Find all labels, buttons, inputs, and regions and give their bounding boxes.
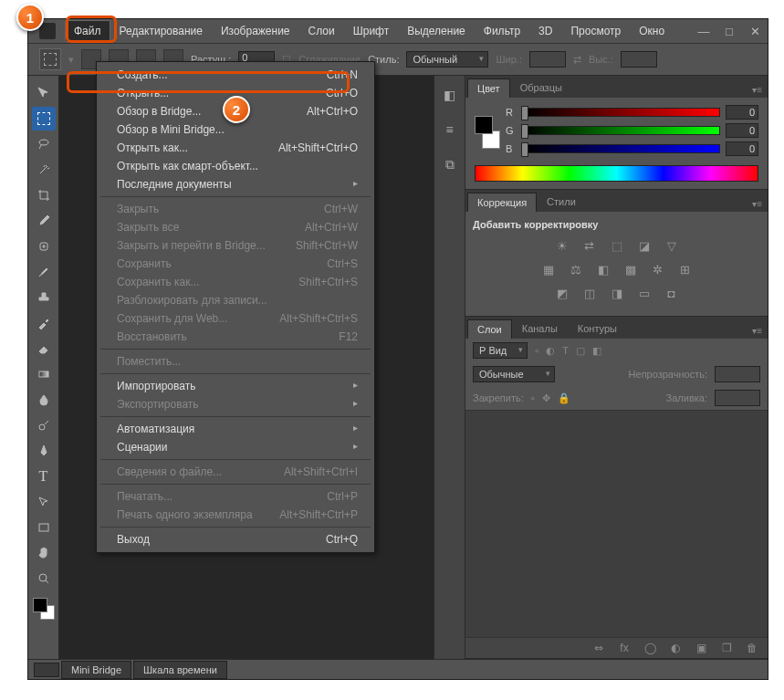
- gradient-tool-icon[interactable]: [32, 362, 56, 386]
- lock-all-icon[interactable]: 🔒: [558, 392, 570, 404]
- r-slider[interactable]: [522, 108, 720, 117]
- menu-item[interactable]: Автоматизация: [97, 420, 374, 438]
- channel-mixer-icon[interactable]: ✲: [649, 261, 667, 277]
- adjustment-layer-icon[interactable]: ◐: [667, 641, 684, 655]
- window-maximize-button[interactable]: □: [716, 21, 742, 41]
- stamp-tool-icon[interactable]: [32, 286, 56, 309]
- tab-channels[interactable]: Каналы: [512, 319, 568, 339]
- menu-item[interactable]: Последние документы: [97, 175, 374, 193]
- menu-item[interactable]: Сохранить как...Shift+Ctrl+S: [97, 273, 374, 291]
- photo-filter-icon[interactable]: ▩: [622, 261, 640, 277]
- selective-icon[interactable]: ◘: [663, 285, 681, 301]
- menu-item[interactable]: Открыть как...Alt+Shift+Ctrl+O: [97, 139, 374, 157]
- trash-icon[interactable]: 🗑: [744, 641, 760, 655]
- lock-pixels-icon[interactable]: ▫: [531, 392, 535, 403]
- curves-icon[interactable]: ⬚: [608, 237, 626, 254]
- shape-tool-icon[interactable]: [32, 516, 56, 539]
- pen-tool-icon[interactable]: [32, 439, 56, 463]
- zoom-tool-icon[interactable]: [32, 567, 56, 590]
- history-brush-tool-icon[interactable]: [32, 311, 56, 335]
- eraser-tool-icon[interactable]: [32, 337, 56, 360]
- vibrance-icon[interactable]: ▽: [663, 237, 681, 254]
- r-input[interactable]: [726, 105, 758, 120]
- menu-item[interactable]: Экспортировать: [97, 395, 374, 413]
- menu-layers[interactable]: Слои: [299, 20, 344, 42]
- history-panel-icon[interactable]: ◧: [440, 85, 460, 105]
- new-layer-icon[interactable]: ❐: [718, 641, 735, 655]
- menu-file[interactable]: Файл: [65, 20, 110, 42]
- tab-swatches[interactable]: Образцы: [510, 78, 572, 98]
- menu-item[interactable]: ВосстановитьF12: [97, 328, 374, 346]
- menu-filter[interactable]: Фильтр: [475, 20, 529, 42]
- tab-styles[interactable]: Стили: [537, 192, 586, 212]
- menu-item[interactable]: Печать одного экземпляраAlt+Shift+Ctrl+P: [97, 506, 374, 524]
- menu-item[interactable]: ВыходCtrl+Q: [97, 530, 374, 549]
- path-select-tool-icon[interactable]: [32, 490, 56, 514]
- style-dropdown[interactable]: Обычный: [406, 51, 488, 68]
- menu-item[interactable]: ЗакрытьCtrl+W: [97, 200, 374, 218]
- tab-mini-bridge[interactable]: Mini Bridge: [61, 661, 131, 679]
- hand-tool-icon[interactable]: [32, 541, 56, 565]
- type-tool-icon[interactable]: T: [32, 465, 56, 488]
- levels-icon[interactable]: ⇄: [580, 237, 599, 254]
- menu-item[interactable]: Сохранить для Web...Alt+Shift+Ctrl+S: [97, 309, 374, 328]
- tab-layers[interactable]: Слои: [467, 319, 512, 339]
- menu-3d[interactable]: 3D: [529, 20, 561, 42]
- bottom-toggle-icon[interactable]: [34, 663, 59, 677]
- link-layers-icon[interactable]: ⇔: [591, 641, 607, 655]
- brightness-icon[interactable]: ☀: [553, 237, 571, 254]
- properties-panel-icon[interactable]: ≡: [440, 120, 460, 140]
- menu-type[interactable]: Шрифт: [344, 20, 398, 42]
- blur-tool-icon[interactable]: [32, 388, 56, 412]
- filter-adjust-icon[interactable]: ◐: [546, 345, 555, 357]
- exposure-icon[interactable]: ◪: [635, 237, 653, 254]
- menu-item[interactable]: Закрыть всеAlt+Ctrl+W: [97, 218, 374, 236]
- spectrum-bar[interactable]: [475, 165, 758, 182]
- window-minimize-button[interactable]: —: [691, 21, 716, 41]
- tab-paths[interactable]: Контуры: [568, 319, 627, 339]
- width-input[interactable]: [529, 51, 566, 68]
- tab-adjustments[interactable]: Коррекция: [467, 193, 537, 212]
- menu-item[interactable]: Сценарии: [97, 438, 374, 456]
- menu-item[interactable]: Поместить...: [97, 352, 374, 371]
- color-swatch-icon[interactable]: [33, 598, 55, 620]
- menu-item[interactable]: Закрыть и перейти в Bridge...Shift+Ctrl+…: [97, 236, 374, 255]
- menu-select[interactable]: Выделение: [398, 20, 475, 42]
- filter-type-icon[interactable]: T: [562, 345, 569, 356]
- fx-icon[interactable]: fx: [616, 641, 632, 655]
- invert-icon[interactable]: ◩: [553, 285, 571, 301]
- layer-filter-dropdown[interactable]: Р Вид: [473, 342, 528, 359]
- move-tool-icon[interactable]: [32, 81, 56, 105]
- marquee-tool-icon[interactable]: [32, 107, 56, 131]
- filter-smart-icon[interactable]: ◧: [592, 345, 601, 357]
- group-icon[interactable]: ▣: [693, 641, 709, 655]
- fill-input[interactable]: [715, 390, 760, 406]
- menu-edit[interactable]: Редактирование: [110, 20, 212, 42]
- healing-tool-icon[interactable]: [32, 235, 56, 258]
- menu-item[interactable]: Открыть как смарт-объект...: [97, 157, 374, 175]
- g-input[interactable]: [726, 123, 758, 138]
- gradient-map-icon[interactable]: ▭: [635, 285, 653, 301]
- lock-position-icon[interactable]: ✥: [542, 392, 550, 404]
- menu-window[interactable]: Окно: [630, 20, 674, 42]
- menu-image[interactable]: Изображение: [212, 20, 299, 42]
- balance-icon[interactable]: ⚖: [567, 261, 585, 277]
- color-chip-icon[interactable]: [475, 116, 500, 149]
- lookup-icon[interactable]: ⊞: [676, 261, 695, 277]
- blend-mode-dropdown[interactable]: Обычные: [473, 366, 555, 382]
- height-input[interactable]: [621, 51, 657, 68]
- tab-color[interactable]: Цвет: [467, 78, 510, 98]
- current-tool-icon[interactable]: [39, 48, 61, 70]
- menu-item[interactable]: Сведения о файле...Alt+Shift+Ctrl+I: [97, 463, 374, 481]
- bw-icon[interactable]: ◧: [594, 261, 612, 277]
- menu-item[interactable]: Разблокировать для записи...: [97, 291, 374, 309]
- eyedropper-tool-icon[interactable]: [32, 209, 56, 233]
- character-panel-icon[interactable]: ⧉: [440, 154, 460, 174]
- mask-icon[interactable]: ◯: [642, 641, 658, 655]
- panel-menu-icon[interactable]: ▾≡: [747, 82, 768, 98]
- panel-menu-icon[interactable]: ▾≡: [747, 323, 768, 339]
- lasso-tool-icon[interactable]: [32, 132, 56, 156]
- window-close-button[interactable]: ✕: [742, 21, 768, 41]
- menu-item[interactable]: СохранитьCtrl+S: [97, 255, 374, 273]
- menu-item[interactable]: Импортировать: [97, 377, 374, 395]
